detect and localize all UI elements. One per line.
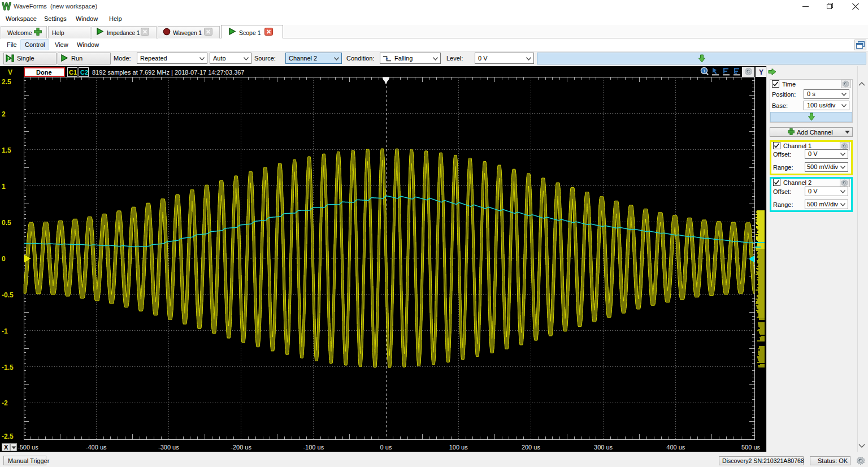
svg-text:-2: -2	[2, 399, 8, 407]
svg-text:-300 us: -300 us	[158, 444, 179, 451]
svg-text:-400 us: -400 us	[86, 444, 107, 451]
svg-text:-100 us: -100 us	[303, 444, 324, 451]
svg-text:1: 1	[7, 56, 10, 62]
svg-text:500 us: 500 us	[741, 444, 761, 451]
svg-text:0.5: 0.5	[2, 219, 11, 227]
svg-text:200 us: 200 us	[522, 444, 541, 451]
svg-text:0 us: 0 us	[380, 444, 392, 451]
svg-text:-1: -1	[2, 327, 8, 335]
svg-text:100 us: 100 us	[449, 444, 468, 451]
svg-text:400 us: 400 us	[666, 444, 685, 451]
svg-text:-500 us: -500 us	[18, 444, 38, 451]
svg-text:2.5: 2.5	[2, 78, 11, 86]
svg-text:1: 1	[703, 68, 706, 73]
svg-text:-0.5: -0.5	[2, 291, 14, 299]
svg-text:1.5: 1.5	[2, 146, 11, 154]
svg-text:-1.5: -1.5	[2, 364, 14, 371]
svg-text:0: 0	[2, 255, 6, 263]
svg-text:300 us: 300 us	[594, 444, 613, 451]
svg-text:-200 us: -200 us	[231, 444, 251, 451]
svg-text:1: 1	[2, 183, 6, 191]
svg-text:2: 2	[2, 110, 6, 118]
svg-text:-2.5: -2.5	[2, 433, 14, 440]
